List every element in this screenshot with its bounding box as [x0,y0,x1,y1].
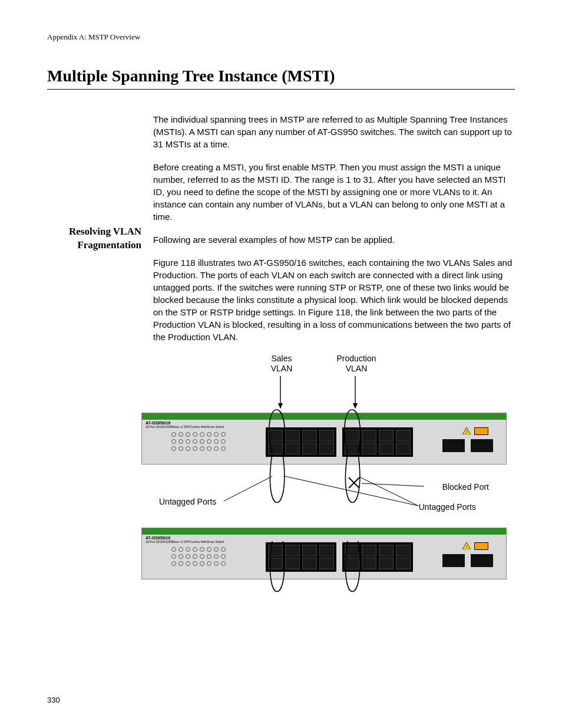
tag-icon [474,427,488,435]
svg-text:!: ! [466,429,467,434]
svg-line-7 [349,477,359,488]
port-block-1 [266,542,336,572]
paragraph-2: Before creating a MSTI, you first enable… [153,161,515,223]
warning-icon: ! [462,542,471,549]
svg-line-10 [224,476,272,501]
warning-icon: ! [462,427,471,434]
running-header: Appendix A: MSTP Overview [47,32,515,42]
text-column: The individual spanning trees in MSTP ar… [153,113,515,354]
label-sales-vlan: Sales VLAN [264,354,299,374]
switch-top: AT-GS950/16 16 Port 10/100/1000Base +2 S… [141,413,507,465]
body-area: Resolving VLAN Fragmentation The individ… [47,113,515,354]
paragraph-3: Following are several examples of how MS… [153,233,515,246]
port-block-2 [342,542,413,572]
tag-icon [474,542,488,550]
label-blocked-port: Blocked Port [442,482,489,492]
paragraph-1: The individual spanning trees in MSTP ar… [153,113,515,150]
page-title: Multiple Spanning Tree Instance (MSTI) [47,67,515,90]
led-block [171,432,242,457]
paragraph-4: Figure 118 illustrates two AT-GS950/16 s… [153,256,515,343]
port-block-1 [266,427,336,457]
label-untagged-ports-left: Untagged Ports [159,497,216,506]
svg-line-9 [362,483,424,486]
switch-model-label: AT-GS950/16 16 Port 10/100/1000Base +2 S… [146,421,224,429]
port-block-2 [342,427,413,457]
switch-brand-strip [142,528,506,535]
label-production-vlan: Production VLAN [330,354,383,374]
switch-model-label: AT-GS950/16 16 Port 10/100/1000Base +2 S… [146,536,224,543]
document-page: Appendix A: MSTP Overview Multiple Spann… [0,0,562,728]
figure-vlan-fragmentation: Sales VLAN Production VLAN Blocked Port … [141,354,507,625]
led-block [171,547,242,572]
svg-line-8 [349,477,359,488]
sfp-slots [442,554,493,567]
page-number: 330 [47,696,60,704]
svg-text:!: ! [466,544,467,549]
sidehead-resolving-vlan: Resolving VLAN Fragmentation [47,225,141,252]
switch-bottom: AT-GS950/16 16 Port 10/100/1000Base +2 S… [141,528,507,579]
label-untagged-ports-right: Untagged Ports [419,502,476,512]
sfp-slots [442,439,493,452]
svg-line-11 [361,477,418,506]
svg-line-12 [285,476,418,506]
sidehead-column: Resolving VLAN Fragmentation [47,113,153,354]
switch-brand-strip [142,413,506,420]
